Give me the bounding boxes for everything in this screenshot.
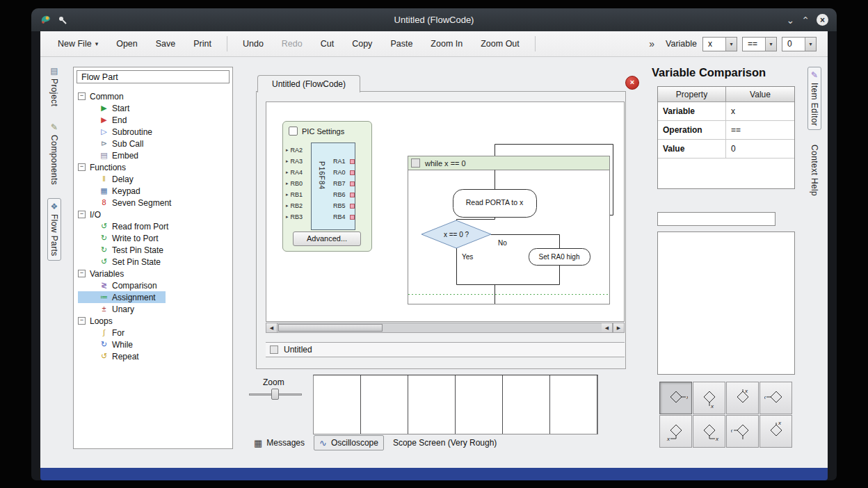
pin-icon[interactable] — [58, 15, 67, 25]
flow-part-comparison[interactable]: ≷Comparison — [78, 279, 167, 291]
column-header-value[interactable]: Value — [726, 87, 794, 102]
flow-part-delay[interactable]: ‖Delay — [78, 173, 143, 185]
titlebar[interactable]: Untitled (FlowCode) ⌄ ⌃ × — [31, 8, 837, 31]
tab-messages[interactable]: ▦Messages — [249, 435, 310, 450]
left-tab-flow-parts[interactable]: ❖Flow Parts — [47, 198, 61, 261]
flow-part-embed[interactable]: ▤Embed — [78, 149, 148, 161]
property-value[interactable]: == — [726, 121, 794, 139]
property-table-rows: VariablexOperation==Value0 — [658, 102, 794, 158]
flow-part-read-from-port[interactable]: ↺Read from Port — [78, 220, 178, 232]
document-tab[interactable]: Untitled (FlowCode) — [257, 75, 360, 92]
item-label: Keypad — [112, 186, 140, 196]
tree-group-loops[interactable]: −Loops — [78, 315, 232, 327]
flow-part-for[interactable]: ∫For — [78, 327, 134, 339]
close-document-button[interactable]: × — [625, 76, 639, 90]
toolbar-button-save[interactable]: Save — [147, 35, 185, 53]
toolbar-button-zoom-out[interactable]: Zoom Out — [472, 35, 529, 53]
scroll-left-button-right[interactable]: ◀ — [602, 323, 613, 332]
comparison-option-6[interactable]: x — [693, 415, 725, 448]
scrollbar-thumb[interactable] — [278, 324, 383, 332]
comparison-option-1[interactable]: x — [659, 382, 692, 414]
left-tab-project[interactable]: ▤Project — [48, 63, 61, 110]
flow-part-while[interactable]: ↻While — [78, 339, 143, 350]
toolbar-button-redo[interactable]: Redo — [273, 35, 312, 53]
property-value[interactable]: 0 — [726, 140, 794, 158]
scroll-left-button[interactable]: ◀ — [266, 323, 278, 332]
comparison-option-5[interactable]: x — [659, 415, 692, 448]
toolbar-button-print[interactable]: Print — [184, 35, 220, 53]
flow-part-end[interactable]: ▶End — [78, 114, 136, 126]
scroll-right-button[interactable]: ▶ — [613, 323, 624, 332]
flow-part-set-pin-state[interactable]: ↺Set Pin State — [78, 256, 170, 268]
property-row-value[interactable]: Value0 — [658, 140, 794, 158]
zoom-slider-handle[interactable] — [271, 389, 279, 400]
tree-group-common[interactable]: −Common — [78, 90, 232, 102]
flowchart-canvas[interactable]: PIC Settings P16F84 ▸RA2▸RA3▸RA4▸RB0▸RB1… — [266, 101, 625, 322]
window-close-button[interactable]: × — [817, 14, 828, 26]
horizontal-scrollbar[interactable]: ◀ ◀ ▶ — [266, 323, 625, 333]
tab-label: Oscilloscope — [331, 438, 378, 448]
flow-part-assignment[interactable]: ≔Assignment — [78, 291, 166, 303]
comparison-list[interactable] — [657, 231, 795, 375]
column-header-property[interactable]: Property — [658, 87, 726, 102]
toolbar-button-paste[interactable]: Paste — [381, 35, 421, 53]
toolbar-button-copy[interactable]: Copy — [343, 35, 381, 53]
flow-part-sub-call[interactable]: ⊳Sub Call — [78, 138, 153, 149]
toolbar-button-label: Zoom In — [431, 39, 463, 49]
toolbar-button-undo[interactable]: Undo — [234, 35, 273, 53]
item-label: End — [112, 115, 127, 125]
test-pin-state-icon: ↻ — [99, 246, 109, 254]
comparison-option-3[interactable]: x — [726, 382, 759, 414]
expander-icon[interactable]: − — [78, 317, 86, 325]
expander-icon[interactable]: − — [78, 270, 86, 277]
flow-part-subroutine[interactable]: ▷Subroutine — [78, 126, 162, 138]
operator-combo[interactable]: ==▾ — [742, 37, 777, 51]
right-tab-context-help[interactable]: Context Help — [808, 141, 821, 200]
flowchart-caption-bar[interactable]: Untitled — [266, 342, 625, 357]
flow-part-test-pin-state[interactable]: ↻Test Pin State — [78, 244, 173, 256]
toolbar-button-cut[interactable]: Cut — [312, 35, 343, 53]
item-label: Repeat — [112, 352, 139, 361]
dropdown-arrow-icon[interactable]: ▾ — [765, 38, 776, 51]
toolbar-overflow-button[interactable]: » — [649, 38, 654, 49]
property-row-operation[interactable]: Operation== — [658, 121, 794, 140]
property-value[interactable]: x — [726, 102, 794, 120]
tree-group-i-o[interactable]: −I/O — [78, 209, 232, 220]
tab-scope-screen-very-rough[interactable]: Scope Screen (Very Rough) — [388, 435, 501, 450]
toolbar-button-zoom-in[interactable]: Zoom In — [421, 35, 472, 53]
tree-group-functions[interactable]: −Functions — [78, 161, 232, 173]
tab-oscilloscope[interactable]: ∿Oscilloscope — [314, 435, 384, 450]
comparison-option-8[interactable]: x — [760, 415, 792, 448]
right-tab-item-editor[interactable]: ✎Item Editor — [807, 67, 821, 130]
property-name: Value — [658, 140, 726, 158]
comparison-option-4[interactable]: x — [760, 382, 792, 414]
zoom-slider[interactable] — [249, 389, 302, 400]
toolbar-button-new-file[interactable]: New File▾ — [49, 35, 107, 53]
while-icon: ↻ — [99, 341, 109, 348]
window-shade-button[interactable]: ⌄ — [787, 15, 795, 25]
flow-part-selector[interactable]: Flow Part — [77, 70, 230, 83]
comparison-input[interactable] — [657, 212, 775, 226]
flow-part-seven-segment[interactable]: 8Seven Segment — [78, 197, 181, 209]
property-row-variable[interactable]: Variablex — [658, 102, 794, 121]
expander-icon[interactable]: − — [78, 211, 86, 218]
flow-part-write-to-port[interactable]: ↻Write to Port — [78, 232, 168, 244]
dropdown-arrow-icon[interactable]: ▾ — [805, 38, 816, 51]
comparison-option-2[interactable]: x — [693, 382, 725, 414]
flow-part-keypad[interactable]: ▦Keypad — [78, 185, 150, 197]
expander-icon[interactable]: − — [78, 163, 86, 171]
tree-group-variables[interactable]: −Variables — [78, 268, 232, 279]
flow-part-repeat[interactable]: ↺Repeat — [78, 350, 149, 362]
comparison-option-7[interactable]: x — [726, 415, 759, 448]
toolbar-button-open[interactable]: Open — [107, 35, 147, 53]
expander-icon[interactable]: − — [78, 92, 86, 100]
scrollbar-track[interactable] — [278, 323, 602, 332]
flow-part-start[interactable]: ▶Start — [78, 102, 139, 114]
variable-combo[interactable]: x▾ — [702, 37, 737, 51]
window-maximize-button[interactable]: ⌃ — [801, 15, 810, 25]
flow-part-unary[interactable]: ±Unary — [78, 303, 144, 315]
toolbar-button-label: Open — [116, 39, 138, 49]
dropdown-arrow-icon[interactable]: ▾ — [725, 38, 737, 51]
value-combo[interactable]: 0▾ — [782, 37, 817, 51]
left-tab-components[interactable]: ✎Components — [48, 120, 61, 188]
